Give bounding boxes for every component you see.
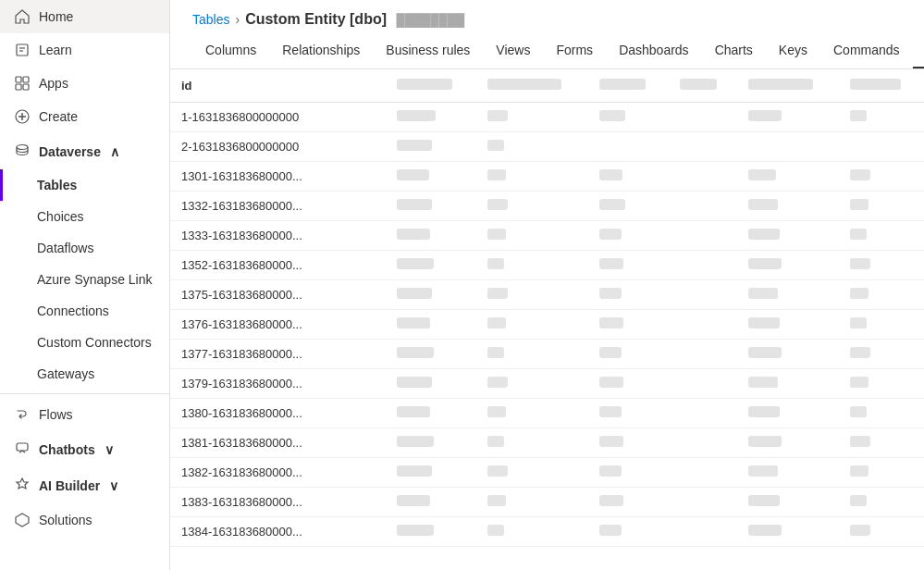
tab-relationships[interactable]: Relationships: [269, 33, 373, 68]
cell-col-7: [839, 251, 924, 280]
cell-col-2: [386, 428, 476, 458]
svg-marker-13: [16, 514, 29, 527]
cell-col-7: [839, 221, 924, 251]
tab-charts[interactable]: Charts: [702, 33, 766, 68]
table-row[interactable]: 1376-163183680000...: [170, 310, 924, 340]
main-content: Tables › Custom Entity [dbo] ████████ Co…: [170, 0, 924, 570]
table-row[interactable]: 1383-163183680000...: [170, 488, 924, 517]
tab-forms[interactable]: Forms: [543, 33, 606, 68]
cell-col-3: [476, 517, 588, 547]
cell-col-3: [476, 399, 588, 428]
table-row[interactable]: 1352-163183680000...: [170, 251, 924, 280]
cell-col-3: [476, 280, 588, 310]
sidebar-item-solutions[interactable]: Solutions: [0, 503, 169, 537]
tab-data[interactable]: Data: [913, 33, 924, 68]
cell-col-5: [669, 310, 738, 340]
table-row[interactable]: 1379-163183680000...: [170, 369, 924, 399]
col-header-4: [588, 69, 668, 103]
cell-col-3: [476, 162, 588, 192]
sidebar-item-dataverse[interactable]: Dataverse ∧: [0, 133, 169, 169]
sidebar-item-learn[interactable]: Learn: [0, 33, 169, 67]
table-row[interactable]: 1375-163183680000...: [170, 280, 924, 310]
sidebar-item-gateways[interactable]: Gateways: [0, 358, 169, 390]
col-header-6: [737, 69, 839, 103]
col-header-2: [386, 69, 476, 103]
cell-id: 1301-163183680000...: [170, 162, 386, 192]
sidebar-item-dataflows[interactable]: Dataflows: [0, 232, 169, 264]
tab-columns[interactable]: Columns: [192, 33, 269, 68]
cell-id: 1380-163183680000...: [170, 399, 386, 428]
cell-col-3: [476, 369, 588, 399]
cell-col-2: [386, 132, 476, 162]
table-row[interactable]: 1377-163183680000...: [170, 340, 924, 369]
tab-commands[interactable]: Commands: [820, 33, 913, 68]
sidebar-item-create[interactable]: Create: [0, 100, 169, 133]
cell-col-7: [839, 192, 924, 221]
cell-id: 1333-163183680000...: [170, 221, 386, 251]
sidebar-item-tables[interactable]: Tables: [0, 169, 169, 201]
sidebar-item-chatbots[interactable]: Chatbots ∨: [0, 431, 169, 467]
sidebar-item-home[interactable]: Home: [0, 0, 169, 33]
cell-col-7: [839, 280, 924, 310]
cell-col-2: [386, 103, 476, 132]
tab-keys[interactable]: Keys: [766, 33, 820, 68]
cell-id: 1384-163183680000...: [170, 517, 386, 547]
table-row[interactable]: 1381-163183680000...: [170, 428, 924, 458]
cell-id: 1381-163183680000...: [170, 428, 386, 458]
col-header-id[interactable]: id: [170, 69, 386, 103]
sidebar-item-flows[interactable]: Flows: [0, 398, 169, 431]
breadcrumb-blurred: ████████: [396, 13, 464, 27]
cell-id: 1376-163183680000...: [170, 310, 386, 340]
cell-col-5: [669, 221, 738, 251]
sidebar-item-choices[interactable]: Choices: [0, 201, 169, 232]
table-row[interactable]: 1332-163183680000...: [170, 192, 924, 221]
cell-col-2: [386, 369, 476, 399]
sidebar-custom-connectors-label: Custom Connectors: [37, 335, 152, 350]
table-row[interactable]: 1333-163183680000...: [170, 221, 924, 251]
cell-id: 1379-163183680000...: [170, 369, 386, 399]
table-row[interactable]: 1301-163183680000...: [170, 162, 924, 192]
ai-builder-chevron-icon: ∨: [109, 478, 118, 493]
flows-icon: [15, 407, 30, 422]
table-row[interactable]: 1384-163183680000...: [170, 517, 924, 547]
tab-views[interactable]: Views: [483, 33, 543, 68]
cell-col-2: [386, 280, 476, 310]
cell-col-3: [476, 251, 588, 280]
table-header-row: id: [170, 69, 924, 103]
table-row[interactable]: 2-1631836800000000: [170, 132, 924, 162]
sidebar-item-azure-synapse[interactable]: Azure Synapse Link: [0, 264, 169, 295]
svg-marker-12: [17, 478, 28, 489]
cell-col-4: [588, 399, 668, 428]
cell-id: 1382-163183680000...: [170, 458, 386, 488]
breadcrumb-link[interactable]: Tables: [192, 12, 229, 27]
cell-col-4: [588, 221, 668, 251]
table-row[interactable]: 1382-163183680000...: [170, 458, 924, 488]
sidebar-item-custom-connectors[interactable]: Custom Connectors: [0, 327, 169, 358]
sidebar-item-apps[interactable]: Apps: [0, 67, 169, 100]
home-icon: [15, 9, 30, 24]
svg-rect-6: [23, 84, 29, 90]
tab-dashboards[interactable]: Dashboards: [606, 33, 702, 68]
cell-col-4: [588, 103, 668, 132]
sidebar-choices-label: Choices: [37, 209, 84, 224]
sidebar-item-connections[interactable]: Connections: [0, 295, 169, 327]
cell-col-3: [476, 488, 588, 517]
cell-col-5: [669, 192, 738, 221]
cell-id: 1352-163183680000...: [170, 251, 386, 280]
cell-col-6: [737, 399, 839, 428]
sidebar-create-label: Create: [39, 109, 78, 124]
cell-col-7: [839, 458, 924, 488]
svg-rect-3: [16, 77, 21, 82]
sidebar-item-ai-builder[interactable]: AI Builder ∨: [0, 467, 169, 503]
cell-col-6: [737, 103, 839, 132]
cell-col-2: [386, 162, 476, 192]
table-row[interactable]: 1-1631836800000000: [170, 103, 924, 132]
learn-icon: [15, 43, 30, 57]
create-icon: [15, 109, 30, 124]
table-row[interactable]: 1380-163183680000...: [170, 399, 924, 428]
tab-business-rules[interactable]: Business rules: [373, 33, 483, 68]
cell-col-6: [737, 488, 839, 517]
cell-id: 1-1631836800000000: [170, 103, 386, 132]
cell-col-7: [839, 162, 924, 192]
cell-col-7: [839, 103, 924, 132]
